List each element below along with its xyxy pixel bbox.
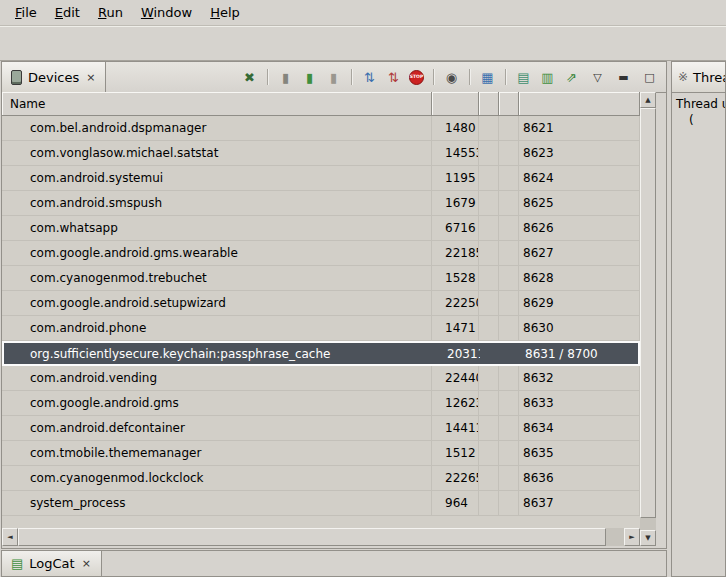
table-row[interactable]: com.android.systemui11958624 (2, 166, 640, 191)
stop-process-icon[interactable]: STOP (409, 70, 424, 85)
empty-cell (479, 216, 499, 240)
tab-threads[interactable]: ※ Threads (672, 62, 725, 92)
pid-cell: 14411 (432, 416, 479, 440)
devices-panel: Devices × ✖▮▮▮⇅⇅STOP◉▦▤▥⇗ ▽▬□ Name com.b… (1, 61, 667, 549)
update-threads-icon[interactable]: ⇅ (361, 69, 378, 86)
panel-controls: ▽▬□ (584, 62, 666, 92)
menu-file[interactable]: File (6, 2, 46, 23)
horizontal-scrollbar[interactable]: ◄ ► (2, 528, 640, 546)
process-name-cell: com.google.android.gms (2, 391, 432, 415)
view-hierarchy-icon[interactable]: ▦ (479, 69, 496, 86)
column-header-pid[interactable] (432, 92, 479, 116)
menu-edit[interactable]: Edit (46, 2, 89, 23)
empty-cell (479, 391, 499, 415)
pid-cell: 22185 (432, 241, 479, 265)
scroll-left-icon[interactable]: ◄ (2, 528, 18, 546)
table-row[interactable]: com.android.defcontainer144118634 (2, 416, 640, 441)
table-row[interactable]: system_process9648637 (2, 491, 640, 516)
table-row[interactable]: com.whatsapp67168626 (2, 216, 640, 241)
pid-cell: 1512 (432, 441, 479, 465)
application-window: FileEditRunWindowHelp Devices × ✖▮▮▮⇅⇅ST… (0, 0, 726, 577)
pid-cell: 22265 (432, 466, 479, 490)
dump-hprof-icon[interactable]: ▮ (301, 69, 318, 86)
pid-cell: 1480 (432, 116, 479, 140)
scroll-right-icon[interactable]: ► (624, 528, 640, 546)
screen-capture-icon[interactable]: ◉ (443, 69, 460, 86)
vertical-scroll-track[interactable] (640, 108, 656, 530)
tab-logcat[interactable]: ▤ LogCat × (2, 551, 102, 576)
empty-cell (479, 266, 499, 290)
close-tab-icon[interactable]: × (85, 72, 96, 83)
table-row[interactable]: com.android.vending224408632 (2, 366, 640, 391)
pid-cell: 22440 (432, 366, 479, 390)
column-header-name[interactable]: Name (2, 92, 432, 116)
maximize-icon[interactable]: □ (641, 69, 658, 86)
port-cell: 8632 (519, 366, 640, 390)
table-row[interactable]: com.cyanogenmod.trebuchet15288628 (2, 266, 640, 291)
toolbar-separator (469, 69, 470, 85)
empty-cell (499, 441, 519, 465)
port-cell: 8628 (519, 266, 640, 290)
column-header-empty[interactable] (479, 92, 499, 116)
pid-cell: 1679 (432, 191, 479, 215)
empty-cell (479, 366, 499, 390)
column-header-port[interactable] (519, 92, 640, 116)
column-header-empty[interactable] (499, 92, 519, 116)
pid-cell: 22250 (432, 291, 479, 315)
vertical-scrollbar-thumb[interactable] (640, 108, 656, 518)
method-profiling-icon[interactable]: ⇅ (385, 69, 402, 86)
minimize-icon[interactable]: ▬ (615, 69, 632, 86)
update-heap-icon[interactable]: ▮ (277, 69, 294, 86)
port-cell: 8631 / 8700 (521, 343, 638, 364)
start-trace-icon[interactable]: ⇗ (563, 69, 580, 86)
table-row[interactable]: org.sufficientlysecure.keychain:passphra… (2, 341, 640, 366)
pid-cell: 964 (432, 491, 479, 515)
empty-cell (479, 416, 499, 440)
pid-cell: 12623 (432, 391, 479, 415)
tab-threads-label: Threads (693, 70, 725, 85)
menu-run[interactable]: Run (89, 2, 132, 23)
table-row[interactable]: com.android.smspush16798625 (2, 191, 640, 216)
table-row[interactable]: com.tmobile.thememanager15128635 (2, 441, 640, 466)
menu-help[interactable]: Help (201, 2, 249, 23)
port-cell: 8621 (519, 116, 640, 140)
logcat-panel: ▤ LogCat × (1, 550, 667, 577)
table-row[interactable]: com.android.phone14718630 (2, 316, 640, 341)
view-menu-icon[interactable]: ▽ (589, 69, 606, 86)
table-row[interactable]: com.bel.android.dspmanager14808621 (2, 116, 640, 141)
table-row[interactable]: com.cyanogenmod.lockclock222658636 (2, 466, 640, 491)
empty-cell (499, 241, 519, 265)
empty-cell (479, 466, 499, 490)
empty-cell (499, 141, 519, 165)
scroll-down-icon[interactable]: ▼ (640, 530, 656, 546)
port-cell: 8636 (519, 466, 640, 490)
empty-cell (499, 216, 519, 240)
debug-process-icon[interactable]: ✖ (241, 69, 258, 86)
empty-cell (479, 191, 499, 215)
cause-gc-icon[interactable]: ▮ (325, 69, 342, 86)
empty-cell (499, 416, 519, 440)
vertical-scrollbar[interactable]: ▲ ▼ (640, 92, 656, 546)
port-cell: 8624 (519, 166, 640, 190)
port-cell: 8629 (519, 291, 640, 315)
scroll-up-icon[interactable]: ▲ (640, 92, 656, 108)
horizontal-scrollbar-thumb[interactable] (18, 528, 606, 546)
table-row[interactable]: com.google.android.gms.wearable221858627 (2, 241, 640, 266)
table-row[interactable]: com.google.android.setupwizard222508629 (2, 291, 640, 316)
threads-icon: ※ (678, 70, 688, 84)
horizontal-scroll-track[interactable] (18, 528, 624, 546)
pid-cell: 20311 (434, 343, 481, 364)
network-stats-icon[interactable]: ▥ (539, 69, 556, 86)
close-tab-icon[interactable]: × (81, 558, 92, 569)
port-cell: 8637 (519, 491, 640, 515)
empty-cell (479, 116, 499, 140)
table-row[interactable]: com.vonglasow.michael.satstat145538623 (2, 141, 640, 166)
empty-cell (499, 291, 519, 315)
table-row[interactable]: com.google.android.gms126238633 (2, 391, 640, 416)
capture-system-icon[interactable]: ▤ (515, 69, 532, 86)
menu-window[interactable]: Window (132, 2, 201, 23)
process-name-cell: com.android.vending (2, 366, 432, 390)
devices-toolbar: ✖▮▮▮⇅⇅STOP◉▦▤▥⇗ (241, 62, 584, 92)
tab-devices[interactable]: Devices × (2, 62, 106, 92)
threads-message-line1: Thread up (676, 96, 725, 112)
